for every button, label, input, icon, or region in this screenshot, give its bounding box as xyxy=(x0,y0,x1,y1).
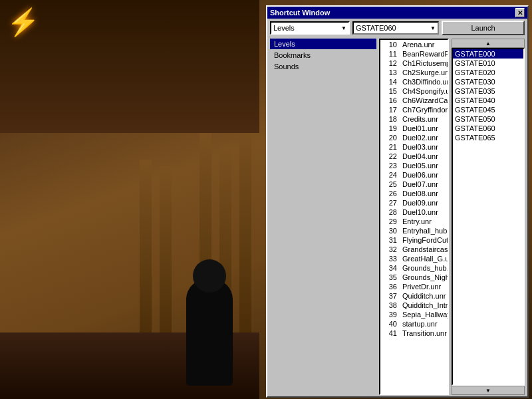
file-row[interactable]: 29Entry.unr xyxy=(380,217,448,226)
file-row[interactable]: 14Ch3Diffindo.unr xyxy=(380,77,448,86)
levels-dropdown[interactable]: Levels ▼ xyxy=(270,21,350,35)
gstate-item[interactable]: GSTATE060 xyxy=(453,124,523,133)
file-name: Duel06.unr xyxy=(402,171,438,179)
nav-item-levels[interactable]: Levels xyxy=(270,39,376,49)
gstate-scroll-down[interactable]: ▼ xyxy=(452,386,525,395)
gstate-item[interactable]: GSTATE065 xyxy=(453,133,523,142)
file-number: 33 xyxy=(382,255,397,263)
file-number: 32 xyxy=(382,245,397,253)
launch-button[interactable]: Launch xyxy=(442,21,525,35)
gstate-item[interactable]: GSTATE000 xyxy=(453,49,523,59)
file-number: 15 xyxy=(382,87,397,95)
file-name: Ch3Diffindo.unr xyxy=(402,78,449,86)
file-name: Grandstaircase_hub.unr xyxy=(402,245,449,253)
file-row[interactable]: 35Grounds_Night.unr xyxy=(380,273,448,282)
file-number: 16 xyxy=(382,96,397,104)
file-row[interactable]: 37Quidditch.unr xyxy=(380,291,448,301)
file-name: BeanRewardRoom.unr xyxy=(402,50,449,58)
file-row[interactable]: 28Duel10.unr xyxy=(380,207,448,217)
close-button[interactable]: ✕ xyxy=(515,8,525,17)
file-number: 19 xyxy=(382,124,397,132)
file-row[interactable]: 39Sepia_Hallway.unr xyxy=(380,310,448,319)
file-number: 23 xyxy=(382,162,397,170)
file-row[interactable]: 36PrivetDr.unr xyxy=(380,282,448,291)
character-figure xyxy=(186,279,233,386)
file-name: Ch4Spongify.unr xyxy=(402,87,449,95)
file-name: Entryhall_hub.unr xyxy=(402,227,449,235)
file-name: Quidditch.unr xyxy=(402,292,446,300)
file-row[interactable]: 24Duel06.unr xyxy=(380,170,448,180)
gstate-item[interactable]: GSTATE030 xyxy=(453,77,523,86)
gstate-item[interactable]: GSTATE040 xyxy=(453,96,523,105)
file-name: Duel01.unr xyxy=(402,124,438,132)
file-name: Duel04.unr xyxy=(402,152,438,160)
gstate-selected-value: GSTATE060 xyxy=(356,24,396,32)
file-number: 34 xyxy=(382,264,397,272)
file-name: Arena.unr xyxy=(402,41,434,49)
file-row[interactable]: 20Duel02.unr xyxy=(380,133,448,142)
window-title: Shortcut Window xyxy=(270,9,330,17)
file-number: 31 xyxy=(382,236,397,244)
file-row[interactable]: 34Grounds_hub.unr xyxy=(380,263,448,273)
file-row[interactable]: 15Ch4Spongify.unr xyxy=(380,86,448,96)
file-row[interactable]: 23Duel05.unr xyxy=(380,161,448,170)
file-number: 14 xyxy=(382,78,397,86)
file-row[interactable]: 27Duel09.unr xyxy=(380,198,448,207)
file-name: FlyingFordCutScene.unr xyxy=(402,236,449,244)
file-row[interactable]: 16Ch6WizardCard.unr xyxy=(380,96,448,105)
file-name: Transition.unr xyxy=(402,329,447,337)
levels-dropdown-arrow: ▼ xyxy=(341,25,346,31)
nav-item-bookmarks[interactable]: Bookmarks xyxy=(270,50,376,61)
file-number: 40 xyxy=(382,320,397,328)
nav-item-sounds[interactable]: Sounds xyxy=(270,61,376,72)
right-gstate-panel: ▲ GSTATE000GSTATE010GSTATE020GSTATE030GS… xyxy=(452,39,525,395)
file-row[interactable]: 22Duel04.unr xyxy=(380,152,448,161)
file-row[interactable]: 19Duel01.unr xyxy=(380,124,448,133)
file-row[interactable]: 13Ch2Skurge.unr xyxy=(380,68,448,77)
file-row[interactable]: 11BeanRewardRoom.unr xyxy=(380,49,448,59)
file-name: Sepia_Hallway.unr xyxy=(402,311,449,319)
file-row[interactable]: 32Grandstaircase_hub.unr xyxy=(380,245,448,254)
file-row[interactable]: 41Transition.unr xyxy=(380,329,448,338)
file-name: PrivetDr.unr xyxy=(402,283,441,291)
file-name: Ch6WizardCard.unr xyxy=(402,96,449,104)
gstate-scroll-up[interactable]: ▲ xyxy=(452,39,525,48)
file-row[interactable]: 18Credits.unr xyxy=(380,114,448,124)
file-name: Grounds_Night.unr xyxy=(402,273,449,281)
gstate-item[interactable]: GSTATE020 xyxy=(453,68,523,77)
shortcut-window: Shortcut Window ✕ Levels ▼ GSTATE060 ▼ L… xyxy=(266,5,529,398)
file-row[interactable]: 26Duel08.unr xyxy=(380,189,448,198)
file-name: Duel08.unr xyxy=(402,190,438,198)
gstate-list[interactable]: GSTATE000GSTATE010GSTATE020GSTATE030GSTA… xyxy=(452,48,525,386)
file-row[interactable]: 38Quidditch_Intro.unr xyxy=(380,301,448,310)
file-number: 20 xyxy=(382,134,397,142)
file-row[interactable]: 25Duel07.unr xyxy=(380,180,448,189)
gstate-item[interactable]: GSTATE010 xyxy=(453,59,523,68)
gstate-item[interactable]: GSTATE050 xyxy=(453,114,523,124)
file-row[interactable]: 33GreatHall_G.unr xyxy=(380,254,448,263)
title-bar: Shortcut Window ✕ xyxy=(267,7,527,19)
file-row[interactable]: 30Entryhall_hub.unr xyxy=(380,226,448,235)
file-name: Duel10.unr xyxy=(402,208,438,216)
file-number: 13 xyxy=(382,68,397,76)
file-number: 39 xyxy=(382,311,397,319)
file-name: GreatHall_G.unr xyxy=(402,255,449,263)
file-row[interactable]: 17Ch7Gryffindor.unr xyxy=(380,105,448,114)
file-row[interactable]: 31FlyingFordCutScene.unr xyxy=(380,235,448,245)
file-number: 41 xyxy=(382,329,397,337)
file-number: 37 xyxy=(382,292,397,300)
gstate-dropdown[interactable]: GSTATE060 ▼ xyxy=(352,21,439,35)
file-row[interactable]: 12Ch1Rictusempra.unr xyxy=(380,59,448,68)
file-row[interactable]: 40startup.unr xyxy=(380,319,448,329)
file-number: 29 xyxy=(382,217,397,225)
file-name: Duel03.unr xyxy=(402,143,438,151)
file-row[interactable]: 10Arena.unr xyxy=(380,40,448,49)
gstate-item[interactable]: GSTATE035 xyxy=(453,86,523,96)
file-name: Entry.unr xyxy=(402,217,432,225)
file-row[interactable]: 21Duel03.unr xyxy=(380,142,448,152)
gstate-item[interactable]: GSTATE045 xyxy=(453,105,523,114)
file-name: startup.unr xyxy=(402,320,438,328)
file-name: Ch2Skurge.unr xyxy=(402,68,449,76)
file-name: Ch7Gryffindor.unr xyxy=(402,106,449,114)
file-list[interactable]: 10Arena.unr11BeanRewardRoom.unr12Ch1Rict… xyxy=(379,39,449,395)
